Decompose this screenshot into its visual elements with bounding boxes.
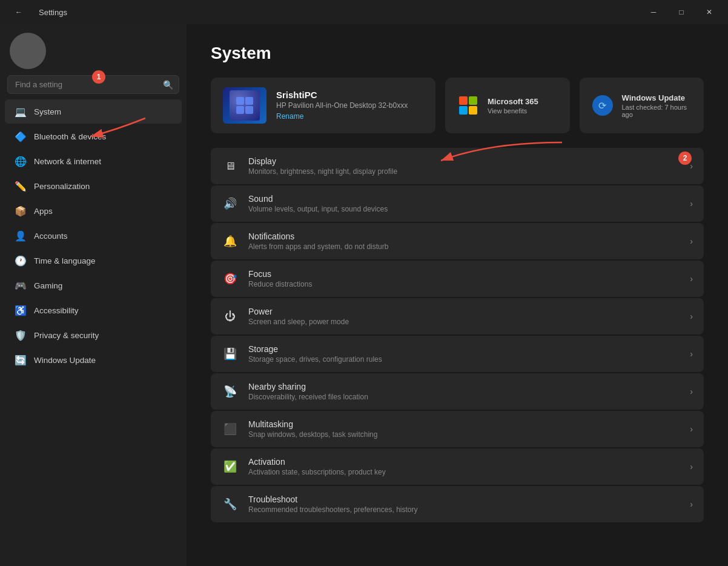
settings-text-display: Display Monitors, brightness, night ligh…	[248, 156, 680, 176]
minimize-button[interactable]: ─	[640, 2, 667, 22]
settings-icon-nearby-sharing: 📡	[222, 383, 239, 400]
device-card[interactable]: SrishtiPC HP Pavilion All-in-One Desktop…	[211, 78, 435, 133]
nav-list: 💻 System 🔷 Bluetooth & devices 🌐 Network…	[0, 99, 187, 373]
settings-item-display[interactable]: 🖥 Display Monitors, brightness, night li…	[211, 148, 704, 184]
chevron-icon-sound: ›	[690, 199, 693, 208]
settings-title-troubleshoot: Troubleshoot	[248, 494, 680, 504]
nav-label-system: System	[34, 107, 172, 116]
settings-item-sound[interactable]: 🔊 Sound Volume levels, output, input, so…	[211, 185, 704, 222]
settings-text-troubleshoot: Troubleshoot Recommended troubleshooters…	[248, 494, 680, 514]
settings-text-focus: Focus Reduce distractions	[248, 269, 680, 288]
settings-title-notifications: Notifications	[248, 231, 680, 241]
settings-text-notifications: Notifications Alerts from apps and syste…	[248, 231, 680, 251]
nav-icon-accounts: 👤	[15, 230, 27, 242]
titlebar-controls: ─ □ ✕	[640, 2, 723, 22]
settings-subtitle-activation: Activation state, subscriptions, product…	[248, 468, 680, 476]
sidebar-item-system[interactable]: 💻 System	[5, 99, 182, 124]
nav-label-accounts: Accounts	[34, 231, 172, 241]
settings-subtitle-multitasking: Snap windows, desktops, task switching	[248, 430, 680, 439]
nav-icon-personalization: ✏️	[15, 180, 27, 192]
sidebar-item-apps[interactable]: 📦 Apps	[5, 199, 182, 223]
settings-title-multitasking: Multitasking	[248, 419, 680, 429]
settings-text-activation: Activation Activation state, subscriptio…	[248, 457, 680, 476]
nav-label-accessibility: Accessibility	[34, 306, 172, 315]
rename-link[interactable]: Rename	[276, 112, 303, 121]
settings-subtitle-nearby-sharing: Discoverability, received files location	[248, 393, 680, 401]
sidebar: 🔍 1 💻 System 🔷 Bluetooth & devices 🌐 Net…	[0, 24, 187, 566]
page-title: System	[211, 44, 704, 63]
settings-item-storage[interactable]: 💾 Storage Storage space, drives, configu…	[211, 336, 704, 372]
windows-update-subtitle: Last checked: 7 hours ago	[622, 104, 692, 118]
settings-subtitle-notifications: Alerts from apps and system, do not dist…	[248, 242, 680, 251]
titlebar-left: ← Settings	[5, 2, 67, 22]
microsoft365-card[interactable]: Microsoft 365 View benefits	[445, 78, 570, 133]
settings-subtitle-display: Monitors, brightness, night light, displ…	[248, 167, 680, 176]
settings-icon-focus: 🎯	[222, 270, 239, 287]
device-thumbnail	[223, 87, 266, 124]
chevron-icon-nearby-sharing: ›	[690, 387, 693, 396]
back-button[interactable]: ←	[5, 2, 33, 22]
chevron-icon-troubleshoot: ›	[690, 499, 693, 509]
chevron-icon-focus: ›	[690, 274, 693, 284]
settings-item-nearby-sharing[interactable]: 📡 Nearby sharing Discoverability, receiv…	[211, 373, 704, 410]
device-thumb-inner	[230, 90, 260, 121]
device-info: SrishtiPC HP Pavilion All-in-One Desktop…	[276, 90, 408, 121]
sidebar-item-bluetooth[interactable]: 🔷 Bluetooth & devices	[5, 124, 182, 148]
nav-label-bluetooth: Bluetooth & devices	[34, 132, 172, 141]
windows-update-card[interactable]: ⟳ Windows Update Last checked: 7 hours a…	[580, 78, 704, 133]
sidebar-item-personalization[interactable]: ✏️ Personalization	[5, 174, 182, 198]
chevron-icon-power: ›	[690, 311, 693, 321]
chevron-icon-notifications: ›	[690, 236, 693, 246]
settings-text-multitasking: Multitasking Snap windows, desktops, tas…	[248, 419, 680, 439]
nav-label-time: Time & language	[34, 256, 172, 265]
sidebar-item-accounts[interactable]: 👤 Accounts	[5, 224, 182, 248]
nav-icon-windows-update: 🔄	[15, 354, 27, 366]
settings-title-sound: Sound	[248, 194, 680, 204]
nav-icon-system: 💻	[15, 105, 27, 118]
settings-item-troubleshoot[interactable]: 🔧 Troubleshoot Recommended troubleshoote…	[211, 486, 704, 522]
settings-subtitle-sound: Volume levels, output, input, sound devi…	[248, 205, 680, 213]
settings-icon-notifications: 🔔	[222, 233, 239, 250]
settings-subtitle-focus: Reduce distractions	[248, 280, 680, 288]
settings-icon-storage: 💾	[222, 345, 239, 362]
sidebar-item-privacy[interactable]: 🛡️ Privacy & security	[5, 323, 182, 347]
titlebar-title: Settings	[39, 8, 67, 17]
settings-item-focus[interactable]: 🎯 Focus Reduce distractions ›	[211, 261, 704, 297]
maximize-button[interactable]: □	[667, 2, 695, 22]
settings-icon-power: ⏻	[222, 308, 239, 325]
settings-list: 🖥 Display Monitors, brightness, night li…	[211, 148, 704, 522]
nav-icon-privacy: 🛡️	[15, 329, 27, 341]
settings-item-multitasking[interactable]: ⬛ Multitasking Snap windows, desktops, t…	[211, 411, 704, 447]
windows-logo	[236, 97, 253, 114]
nav-label-privacy: Privacy & security	[34, 331, 172, 340]
sidebar-item-windows-update[interactable]: 🔄 Windows Update	[5, 348, 182, 372]
nav-icon-apps: 📦	[15, 205, 27, 217]
sidebar-item-time[interactable]: 🕐 Time & language	[5, 248, 182, 273]
nav-icon-network: 🌐	[15, 155, 27, 167]
microsoft365-title: Microsoft 365	[488, 97, 538, 106]
search-icon: 🔍	[163, 80, 173, 90]
microsoft365-icon	[457, 95, 479, 116]
annotation-badge-1: 1	[92, 70, 105, 84]
close-button[interactable]: ✕	[695, 2, 723, 22]
settings-icon-multitasking: ⬛	[222, 421, 239, 438]
sidebar-item-network[interactable]: 🌐 Network & internet	[5, 149, 182, 173]
windows-update-text: Windows Update Last checked: 7 hours ago	[622, 93, 692, 118]
sidebar-item-gaming[interactable]: 🎮 Gaming	[5, 273, 182, 298]
settings-title-nearby-sharing: Nearby sharing	[248, 382, 680, 391]
settings-title-activation: Activation	[248, 457, 680, 467]
settings-title-power: Power	[248, 307, 680, 316]
settings-item-activation[interactable]: ✅ Activation Activation state, subscript…	[211, 448, 704, 485]
nav-label-personalization: Personalization	[34, 182, 172, 191]
settings-subtitle-power: Screen and sleep, power mode	[248, 318, 680, 326]
sidebar-item-accessibility[interactable]: ♿ Accessibility	[5, 298, 182, 322]
settings-item-notifications[interactable]: 🔔 Notifications Alerts from apps and sys…	[211, 223, 704, 259]
chevron-icon-display: ›	[690, 161, 693, 171]
main-content: System SrishtiPC HP Pavilion All-in-One …	[187, 24, 728, 566]
nav-icon-gaming: 🎮	[15, 279, 27, 291]
settings-subtitle-troubleshoot: Recommended troubleshooters, preferences…	[248, 505, 680, 514]
settings-icon-sound: 🔊	[222, 195, 239, 212]
nav-icon-accessibility: ♿	[15, 304, 27, 316]
settings-item-power[interactable]: ⏻ Power Screen and sleep, power mode ›	[211, 298, 704, 335]
windows-update-title: Windows Update	[622, 93, 692, 102]
